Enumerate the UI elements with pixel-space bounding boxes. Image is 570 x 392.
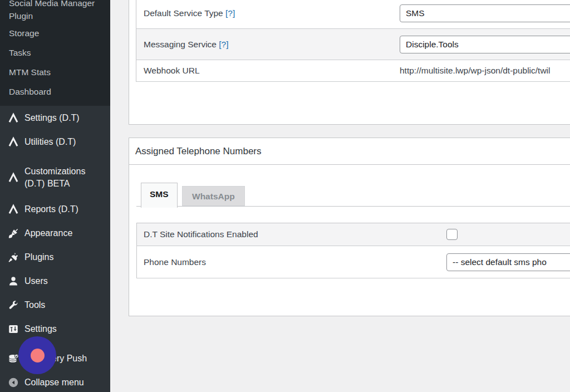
table-row: D.T Site Notifications Enabled: [137, 223, 570, 246]
cursor-dot: [31, 349, 45, 362]
phone-numbers-table: D.T Site Notifications Enabled Phone Num…: [136, 223, 570, 278]
collapse-arrow-icon: [8, 377, 19, 388]
sidebar-item-collapse-menu[interactable]: Collapse menu: [0, 370, 110, 392]
sidebar-item-settings[interactable]: Settings: [0, 317, 110, 341]
assigned-telephone-numbers-box: Assigned Telephone Numbers SMS WhatsApp …: [129, 138, 570, 316]
sidebar-item-appearance[interactable]: Appearance: [0, 221, 110, 245]
dt-logo-icon: [8, 172, 19, 183]
plugins-plug-icon: [8, 252, 19, 263]
sidebar-item-tools[interactable]: Tools: [0, 293, 110, 317]
sidebar-item-reports-dt[interactable]: Reports (D.T): [0, 197, 110, 221]
dt-logo-icon: [8, 136, 19, 148]
sidebar-item-label: Utilities (D.T): [24, 136, 76, 148]
appearance-brush-icon: [8, 228, 19, 239]
sidebar-item-label: Collapse menu: [24, 376, 84, 389]
table-row: Default Service Type [?] SMS: [136, 0, 570, 29]
box-title: Assigned Telephone Numbers: [129, 138, 570, 165]
tab-sms[interactable]: SMS: [141, 183, 178, 208]
settings-sliders-icon: [8, 324, 19, 335]
sidebar-item-label: Customizations (D.T) BETA: [24, 165, 98, 190]
submenu-item-tasks[interactable]: Tasks: [9, 43, 105, 62]
submenu-item-social-media-manager-plugin[interactable]: Social Media Manager Plugin: [9, 0, 105, 23]
sidebar-item-label: Plugins: [24, 251, 53, 263]
sidebar-item-label: Reports (D.T): [24, 203, 78, 215]
service-settings-table: Default Service Type [?] SMS Messaging S…: [136, 0, 570, 82]
service-settings-box: Default Service Type [?] SMS Messaging S…: [129, 0, 570, 125]
dt-logo-icon: [8, 112, 19, 124]
submenu-item-label: Social Media Manager Plugin: [9, 0, 105, 22]
webhook-url-label: Webhook URL: [136, 60, 400, 82]
default-service-type-label: Default Service Type [?]: [136, 0, 400, 29]
sidebar-item-settings-dt[interactable]: Settings (D.T): [0, 106, 110, 130]
site-notifications-checkbox[interactable]: [446, 229, 458, 240]
messaging-service-help-link[interactable]: [?]: [219, 40, 228, 49]
submenu-item-dashboard[interactable]: Dashboard: [9, 82, 105, 101]
table-row: Phone Numbers -- select default sms pho: [137, 246, 570, 278]
phone-numbers-select[interactable]: -- select default sms pho: [446, 253, 570, 271]
sidebar-item-utilities-dt[interactable]: Utilities (D.T): [0, 130, 110, 154]
sidebar-item-customizations-dt[interactable]: Customizations (D.T) BETA: [0, 158, 110, 197]
sidebar-item-label: Settings (D.T): [24, 112, 80, 124]
sidebar-item-label: Tools: [24, 299, 45, 311]
submenu-item-label: Storage: [9, 27, 39, 40]
sidebar-item-plugins[interactable]: Plugins: [0, 245, 110, 269]
sidebar-submenu: Social Media Manager Plugin Storage Task…: [0, 0, 110, 106]
sidebar-item-label: Users: [24, 275, 48, 287]
submenu-item-mtm-stats[interactable]: MTM Stats: [9, 62, 105, 82]
sidebar-item-label: ery Push: [52, 352, 87, 365]
sidebar-item-label: Appearance: [24, 227, 72, 239]
tools-wrench-icon: [8, 300, 19, 311]
users-person-icon: [8, 276, 19, 287]
cursor-highlight-overlay: [18, 336, 56, 374]
default-service-type-help-link[interactable]: [?]: [225, 8, 235, 18]
sidebar-item-label: Settings: [24, 323, 57, 335]
messaging-service-select[interactable]: Disciple.Tools: [400, 36, 570, 53]
submenu-item-storage[interactable]: Storage: [9, 23, 105, 43]
default-service-type-select[interactable]: SMS: [400, 4, 570, 22]
table-row: Messaging Service [?] Disciple.Tools: [136, 29, 570, 60]
webhook-url-value: http://multisite.lwp/wp-json/dt-public/t…: [400, 66, 551, 75]
admin-sidebar: Social Media Manager Plugin Storage Task…: [0, 0, 110, 392]
messaging-service-label: Messaging Service [?]: [136, 29, 400, 60]
dt-logo-icon: [8, 204, 19, 215]
site-notifications-label: D.T Site Notifications Enabled: [137, 223, 447, 246]
phone-numbers-label: Phone Numbers: [137, 246, 447, 278]
database-check-icon: [8, 353, 19, 364]
sidebar-item-users[interactable]: Users: [0, 269, 110, 293]
tab-whatsapp[interactable]: WhatsApp: [182, 186, 245, 206]
submenu-item-label: Dashboard: [9, 86, 51, 98]
table-row: Webhook URL http://multisite.lwp/wp-json…: [136, 60, 570, 82]
submenu-item-label: Tasks: [9, 47, 31, 59]
submenu-item-label: MTM Stats: [9, 66, 51, 79]
